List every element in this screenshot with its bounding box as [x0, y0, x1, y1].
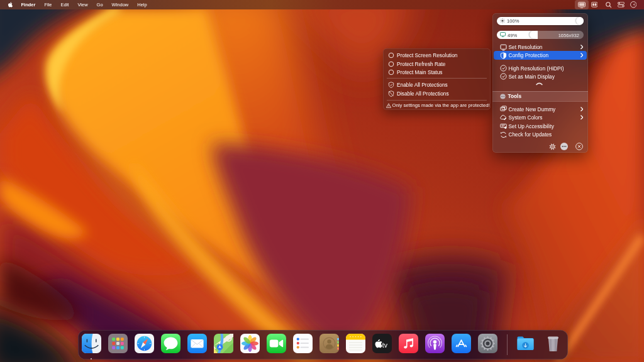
svg-text:tv: tv: [382, 341, 387, 349]
